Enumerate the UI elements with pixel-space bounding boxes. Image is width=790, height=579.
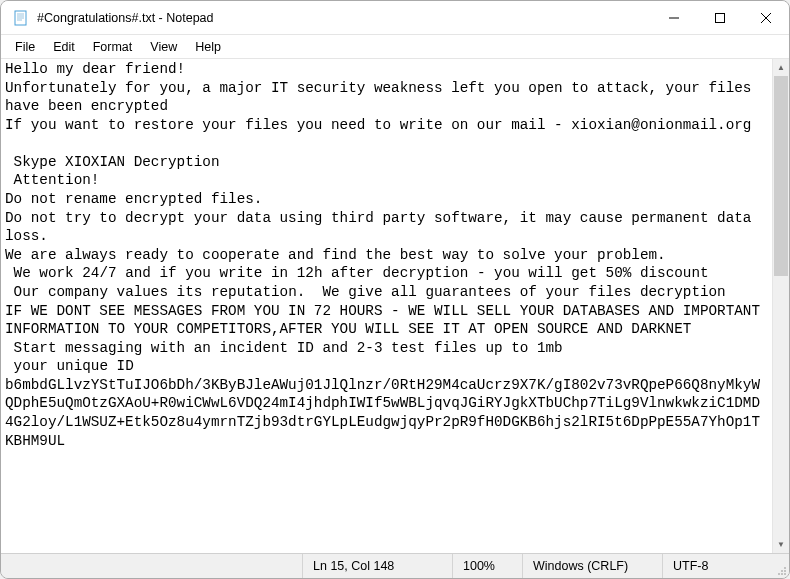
minimize-button[interactable] — [651, 1, 697, 34]
window-title: #Congratulations#.txt - Notepad — [37, 11, 214, 25]
scroll-up-button[interactable]: ▲ — [773, 59, 789, 76]
status-line-ending: Windows (CRLF) — [522, 554, 662, 578]
svg-point-10 — [781, 570, 783, 572]
scroll-thumb[interactable] — [774, 76, 788, 276]
titlebar[interactable]: #Congratulations#.txt - Notepad — [1, 1, 789, 35]
menu-edit[interactable]: Edit — [45, 38, 83, 56]
menu-view[interactable]: View — [142, 38, 185, 56]
menu-format[interactable]: Format — [85, 38, 141, 56]
notepad-icon — [13, 10, 29, 26]
svg-point-12 — [778, 573, 780, 575]
text-content[interactable]: Hello my dear friend! Unfortunately for … — [1, 59, 772, 553]
close-button[interactable] — [743, 1, 789, 34]
svg-point-11 — [784, 570, 786, 572]
svg-point-13 — [781, 573, 783, 575]
menubar: File Edit Format View Help — [1, 35, 789, 59]
window-controls — [651, 1, 789, 34]
status-cursor-position: Ln 15, Col 148 — [302, 554, 452, 578]
statusbar: Ln 15, Col 148 100% Windows (CRLF) UTF-8 — [1, 553, 789, 578]
resize-grip-icon[interactable] — [772, 554, 789, 578]
menu-file[interactable]: File — [7, 38, 43, 56]
status-encoding: UTF-8 — [662, 554, 772, 578]
svg-point-14 — [784, 573, 786, 575]
svg-rect-6 — [716, 13, 725, 22]
status-spacer — [1, 554, 302, 578]
status-zoom: 100% — [452, 554, 522, 578]
scroll-down-button[interactable]: ▼ — [773, 536, 789, 553]
menu-help[interactable]: Help — [187, 38, 229, 56]
maximize-button[interactable] — [697, 1, 743, 34]
svg-point-9 — [784, 567, 786, 569]
text-area: Hello my dear friend! Unfortunately for … — [1, 59, 789, 553]
vertical-scrollbar[interactable]: ▲ ▼ — [772, 59, 789, 553]
